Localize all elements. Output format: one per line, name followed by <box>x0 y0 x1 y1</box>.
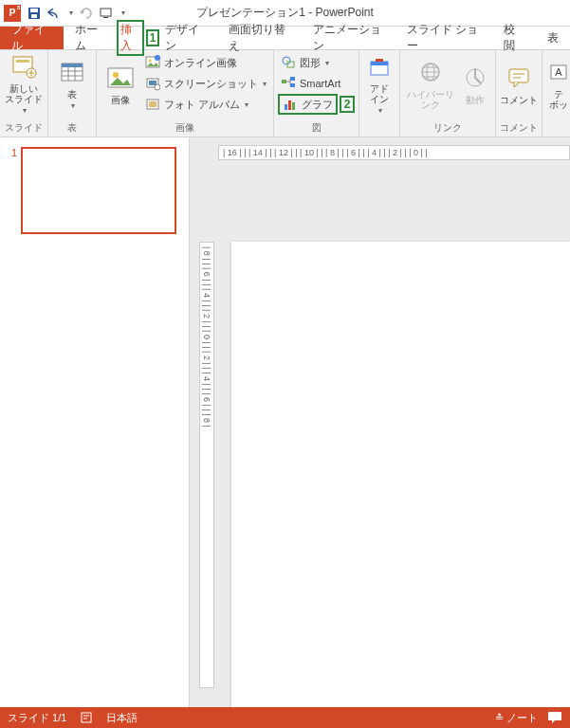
ribbon: 新しい スライド ▾ スライド 表 ▾ 表 画像 <box>0 50 570 137</box>
textbox-button[interactable]: A テ ボッ <box>546 52 570 115</box>
hyperlink-icon <box>415 57 446 87</box>
slide-number: 1 <box>6 147 17 234</box>
svg-rect-23 <box>290 77 295 81</box>
comment-icon <box>504 63 534 93</box>
undo-icon[interactable] <box>47 6 63 21</box>
screenshot-icon <box>145 76 160 91</box>
tab-file[interactable]: ファイル <box>0 27 64 49</box>
slide-editor: | 16 | | | 14 | | | 12 | | | 10 | | | 8 … <box>190 137 570 707</box>
qat-customize-icon[interactable]: ▾ <box>121 9 125 17</box>
shapes-label: 図形 <box>300 56 321 70</box>
new-slide-button[interactable]: 新しい スライド ▾ <box>4 52 44 115</box>
group-addin-label <box>363 133 395 136</box>
chart-label: グラフ <box>302 98 333 112</box>
action-icon <box>460 63 490 93</box>
svg-rect-6 <box>16 60 29 63</box>
table-button[interactable]: 表 ▾ <box>52 52 92 115</box>
redo-icon[interactable] <box>79 6 94 21</box>
svg-rect-37 <box>548 712 561 720</box>
smartart-button[interactable]: SmartArt <box>278 73 355 94</box>
smartart-icon <box>281 76 296 91</box>
status-slide-count[interactable]: スライド 1/1 <box>8 711 66 725</box>
slide-thumbnail-row[interactable]: 1 <box>6 147 183 234</box>
vertical-ruler: | 8 | | | 6 | | | 4 | | | 2 | | | 0 | | … <box>199 242 214 688</box>
screenshot-button[interactable]: スクリーンショット ▾ <box>142 73 269 94</box>
spellcheck-icon[interactable] <box>80 711 93 724</box>
hyperlink-label: ハイパーリンク <box>404 89 457 110</box>
tab-review[interactable]: 校閲 <box>492 27 536 49</box>
svg-rect-36 <box>82 713 91 722</box>
svg-rect-4 <box>103 17 108 18</box>
new-slide-label: 新しい スライド <box>5 83 43 104</box>
hyperlink-button[interactable]: ハイパーリンク <box>404 52 457 115</box>
tab-home[interactable]: ホーム <box>64 27 117 49</box>
photo-album-button[interactable]: フォト アルバム ▾ <box>142 94 269 115</box>
status-bar: スライド 1/1 日本語 ≛ ノート <box>0 707 570 728</box>
slide-canvas[interactable] <box>231 242 570 707</box>
tab-slideshow[interactable]: スライド ショー <box>395 27 492 49</box>
status-language[interactable]: 日本語 <box>106 711 138 725</box>
chart-button[interactable]: グラフ <box>278 94 338 115</box>
action-button[interactable]: 動作 <box>459 52 491 115</box>
shapes-icon <box>281 55 296 70</box>
photo-album-icon <box>145 97 160 112</box>
svg-rect-2 <box>31 14 37 18</box>
online-image-label: オンライン画像 <box>164 56 237 70</box>
svg-point-17 <box>155 84 160 90</box>
dropdown-icon: ▾ <box>71 101 75 110</box>
smartart-label: SmartArt <box>300 78 340 89</box>
svg-rect-16 <box>149 81 156 85</box>
tab-design[interactable]: デザイン <box>154 27 217 49</box>
save-icon[interactable] <box>27 6 42 21</box>
addin-icon <box>364 52 395 82</box>
addin-button[interactable]: アド イン ▾ <box>363 52 395 115</box>
picture-icon <box>105 63 136 93</box>
shapes-button[interactable]: 図形 ▾ <box>278 52 355 73</box>
screenshot-label: スクリーンショット <box>164 77 258 91</box>
svg-rect-1 <box>30 9 38 12</box>
picture-label: 画像 <box>111 95 130 105</box>
comment-button[interactable]: コメント <box>500 52 538 115</box>
callout-2: 2 <box>340 96 355 113</box>
svg-point-13 <box>149 60 152 63</box>
dropdown-icon: ▾ <box>378 106 382 115</box>
start-from-beginning-icon[interactable] <box>100 6 115 21</box>
thumbnail-pane[interactable]: 1 <box>0 137 190 707</box>
tab-transitions[interactable]: 画面切り替え <box>217 27 302 49</box>
svg-rect-27 <box>292 102 295 110</box>
group-comments-label: コメント <box>500 119 538 136</box>
group-links-label: リンク <box>404 119 491 136</box>
group-illustrations-label: 図 <box>278 119 355 136</box>
notes-button[interactable]: ≛ ノート <box>495 711 538 725</box>
app-icon: P <box>4 5 21 22</box>
new-slide-icon <box>9 52 39 82</box>
svg-rect-29 <box>371 62 388 65</box>
online-image-button[interactable]: オンライン画像 <box>142 52 269 73</box>
svg-rect-3 <box>101 9 111 16</box>
tab-view[interactable]: 表 <box>536 27 570 49</box>
group-tables-label: 表 <box>52 119 92 136</box>
tab-animations[interactable]: アニメーション <box>302 27 395 49</box>
slide-thumbnail[interactable] <box>21 147 176 234</box>
group-slides-label: スライド <box>4 119 44 136</box>
comment-label: コメント <box>500 95 538 105</box>
textbox-icon: A <box>543 57 570 87</box>
addin-label: アド イン <box>370 83 389 104</box>
action-label: 動作 <box>466 95 485 105</box>
picture-button[interactable]: 画像 <box>101 52 140 115</box>
svg-rect-19 <box>149 101 156 107</box>
svg-point-14 <box>155 55 160 61</box>
textbox-label: テ ボッ <box>549 89 568 110</box>
photo-album-label: フォト アルバム <box>164 98 240 112</box>
svg-rect-24 <box>290 83 295 87</box>
ribbon-tabs: ファイル ホーム 挿入 1 デザイン 画面切り替え アニメーション スライド シ… <box>0 27 570 50</box>
svg-point-20 <box>283 57 290 64</box>
document-title: プレゼンテーション1 - PowerPoint <box>196 5 374 21</box>
svg-rect-25 <box>285 104 287 110</box>
comments-status-icon[interactable] <box>547 711 562 724</box>
undo-dropdown-icon[interactable]: ▾ <box>69 9 73 17</box>
chart-icon <box>283 97 298 112</box>
dropdown-icon: ▾ <box>325 59 329 67</box>
svg-rect-33 <box>509 69 528 82</box>
dropdown-icon: ▾ <box>263 80 267 88</box>
